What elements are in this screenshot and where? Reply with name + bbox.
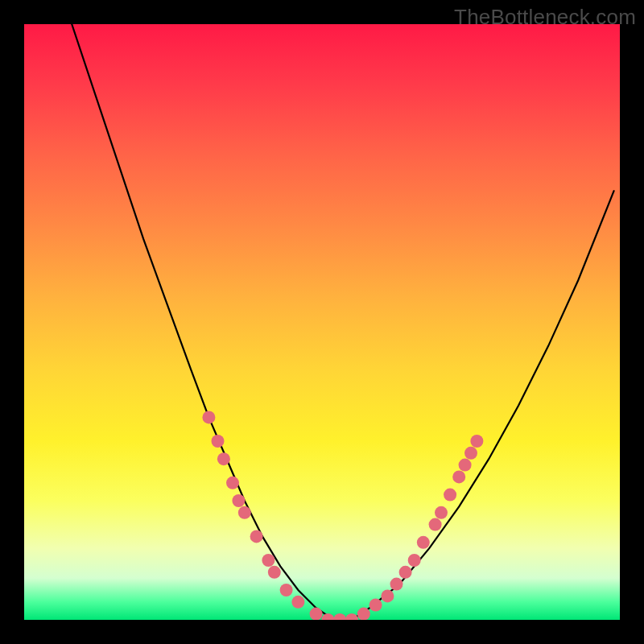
data-point bbox=[435, 506, 448, 519]
data-point bbox=[369, 599, 382, 612]
data-point bbox=[452, 470, 465, 483]
data-point bbox=[357, 608, 370, 620]
data-point bbox=[310, 608, 323, 620]
data-point bbox=[408, 554, 421, 567]
data-point bbox=[470, 435, 483, 448]
bottleneck-curve bbox=[72, 24, 613, 620]
data-point bbox=[238, 506, 251, 519]
data-point bbox=[333, 613, 346, 620]
data-point bbox=[459, 459, 472, 472]
data-points bbox=[202, 411, 483, 620]
curve-path bbox=[72, 24, 613, 620]
data-point bbox=[226, 477, 239, 489]
data-point bbox=[381, 589, 394, 602]
data-point bbox=[321, 613, 334, 620]
data-point bbox=[232, 494, 245, 507]
data-point bbox=[464, 447, 477, 460]
data-point bbox=[250, 530, 263, 543]
data-point bbox=[429, 518, 442, 531]
plot-area bbox=[24, 24, 620, 620]
data-point bbox=[444, 489, 456, 502]
data-point bbox=[291, 596, 304, 609]
data-point bbox=[268, 566, 281, 579]
data-point bbox=[262, 554, 275, 567]
chart-frame: TheBottleneck.com bbox=[0, 0, 644, 644]
data-point bbox=[217, 452, 230, 465]
data-point bbox=[280, 584, 293, 597]
data-point bbox=[417, 536, 430, 549]
data-point bbox=[390, 578, 403, 591]
data-point bbox=[202, 411, 215, 423]
data-point bbox=[345, 613, 358, 620]
watermark-text: TheBottleneck.com bbox=[454, 5, 636, 30]
data-point bbox=[399, 566, 412, 579]
chart-svg bbox=[24, 24, 620, 620]
data-point bbox=[212, 435, 225, 448]
